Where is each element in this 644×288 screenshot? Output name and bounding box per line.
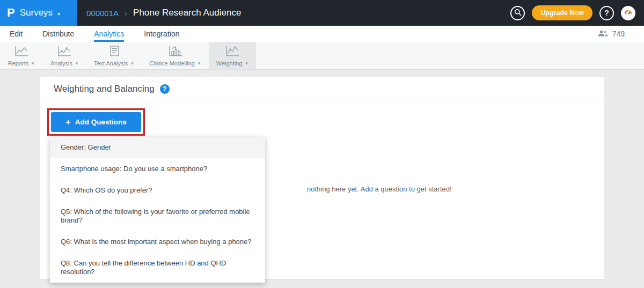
chevron-down-icon: ▼ <box>244 61 248 66</box>
toolbar-item-analysis[interactable]: Analysis▼ <box>43 42 86 69</box>
upgrade-now-button[interactable]: Upgrade Now <box>532 5 592 20</box>
surveys-menu-label: Surveys <box>20 8 53 18</box>
tab-analytics[interactable]: Analytics <box>94 26 124 42</box>
analytics-toolbar: Reports▼ Analysis▼ Text Analysis▼ Choice… <box>0 42 644 70</box>
survey-id-link[interactable]: 000001A <box>86 9 119 18</box>
surveys-menu[interactable]: P Surveys ▾ <box>0 0 77 26</box>
add-questions-button[interactable]: + Add Questions <box>51 112 141 132</box>
dropdown-item-q8[interactable]: Q8: Can you tell the difference between … <box>50 253 265 283</box>
plus-icon: + <box>65 118 70 127</box>
top-header: P Surveys ▾ 000001A › Phone Research Aud… <box>0 0 644 26</box>
tab-distribute[interactable]: Distribute <box>42 26 74 42</box>
dropdown-item-q4[interactable]: Q4: Which OS do you prefer? <box>50 180 265 201</box>
breadcrumb: 000001A › Phone Research Audience <box>86 8 241 18</box>
reports-chart-icon <box>14 46 28 57</box>
respondents-counter[interactable]: 749 <box>597 26 644 42</box>
gauge-icon <box>624 8 633 19</box>
text-analysis-icon <box>107 46 121 57</box>
survey-nav: Edit Distribute Analytics Integration 74… <box>0 26 644 42</box>
toolbar-item-weighting[interactable]: Weighting▼ <box>209 42 257 69</box>
tab-edit[interactable]: Edit <box>10 26 23 42</box>
chevron-down-icon: ▼ <box>31 61 35 66</box>
tab-integration[interactable]: Integration <box>144 26 179 42</box>
toolbar-item-label: Choice Modelling▼ <box>149 60 201 67</box>
empty-state-message: nothing here yet. Add a question to get … <box>307 185 452 193</box>
chevron-down-icon: ▼ <box>130 61 134 66</box>
dropdown-item-q6[interactable]: Q6: What is the most important aspect wh… <box>50 231 265 253</box>
chevron-down-icon: ▼ <box>197 61 201 66</box>
dropdown-item-gender[interactable]: Gender: Gender <box>50 137 265 158</box>
search-button[interactable] <box>510 6 525 20</box>
toolbar-item-label: Analysis▼ <box>50 60 79 67</box>
survey-title: Phone Research Audience <box>133 8 241 18</box>
page-title: Weighting and Balancing <box>54 84 155 94</box>
analysis-chart-icon <box>57 46 71 57</box>
toolbar-item-label: Reports▼ <box>8 60 35 67</box>
chevron-down-icon: ▼ <box>75 61 79 66</box>
breadcrumb-separator-icon: › <box>125 9 127 18</box>
chevron-down-icon: ▾ <box>57 11 60 17</box>
page-content: Weighting and Balancing ? nothing here y… <box>0 70 644 288</box>
add-questions-label: Add Questions <box>75 118 127 126</box>
questions-dropdown: Gender: Gender Smartphone usage: Do you … <box>50 137 265 283</box>
annotation-highlight-box: + Add Questions <box>47 108 145 136</box>
header-actions: Upgrade Now ? <box>510 5 644 20</box>
toolbar-item-text-analysis[interactable]: Text Analysis▼ <box>86 42 142 69</box>
help-button[interactable]: ? <box>599 6 614 20</box>
help-circle-icon[interactable]: ? <box>160 84 170 94</box>
people-icon <box>597 29 608 39</box>
toolbar-item-label: Text Analysis▼ <box>94 60 135 67</box>
dropdown-item-q5[interactable]: Q5: Which of the following is your favor… <box>50 201 265 231</box>
search-icon <box>514 9 522 18</box>
toolbar-item-choice-modelling[interactable]: Choice Modelling▼ <box>142 42 208 69</box>
dropdown-item-smartphone-usage[interactable]: Smartphone usage: Do you use a smartphon… <box>50 158 265 180</box>
respondents-count: 749 <box>612 29 625 38</box>
toolbar-item-reports[interactable]: Reports▼ <box>0 42 43 69</box>
toolbar-item-label: Weighting▼ <box>216 60 249 67</box>
questionpro-app: P Surveys ▾ 000001A › Phone Research Aud… <box>0 0 644 288</box>
questionpro-logo: P <box>7 7 15 19</box>
card-header: Weighting and Balancing ? <box>40 77 604 101</box>
dashboard-gauge-button[interactable] <box>621 6 635 20</box>
weighting-chart-icon <box>225 46 239 57</box>
choice-modelling-icon <box>169 46 182 57</box>
